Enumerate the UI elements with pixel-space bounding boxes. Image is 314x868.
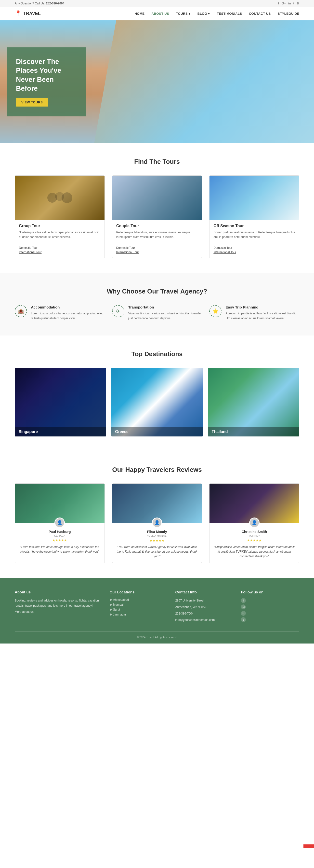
social-icons: f G+ in t ⊕ xyxy=(278,1,299,5)
transportation-content: Transportation Vivamus tincidunt varius … xyxy=(128,305,202,320)
christine-stars: ★★★★★ xyxy=(213,539,295,542)
hero-section: Discover The Places You've Never Been Be… xyxy=(0,21,314,143)
review-card-plisa: 👤 Plisa Moody KULLU MANALI ★★★★★ "You we… xyxy=(112,484,202,563)
tour-group-links: Domestic Tour International Tour xyxy=(19,243,101,254)
plisa-avatar: 👤 xyxy=(152,518,162,528)
social-googleplus[interactable]: G+ xyxy=(241,604,299,609)
googleplus-icon[interactable]: G+ xyxy=(282,1,286,5)
transportation-icon: ✈ xyxy=(112,305,125,317)
location-mumbai: Mumbai xyxy=(110,603,168,607)
top-bar: Any Question? Call Us: 252-386-7004 f G+… xyxy=(0,0,314,7)
tour-group-desc: Scelerisque vitae velit e llamcorper plv… xyxy=(19,230,101,240)
christine-review-body: Christine Smith TURKEY ★★★★★ "Suspendiss… xyxy=(209,523,299,563)
tours-grid: Group Tour Scelerisque vitae velit e lla… xyxy=(15,175,299,258)
singapore-label: Singapore xyxy=(15,427,106,436)
footer-about: About us Booking, reviews and advices on… xyxy=(15,590,102,624)
location-ahmedabad: Ahmedabad xyxy=(110,598,168,601)
linkedin-icon[interactable]: in xyxy=(288,1,291,5)
tours-section: Find The Tours Group Tour Scelerisque vi… xyxy=(0,143,314,273)
tour-offseason-links: Domestic Tour International Tour xyxy=(213,243,295,254)
hero-image xyxy=(94,21,314,143)
tour-group-image xyxy=(15,176,105,220)
footer-locations: Our Locations Ahmedabad Mumbai Surat Jam… xyxy=(110,590,168,624)
footer-locations-title: Our Locations xyxy=(110,590,168,594)
footer-social: Follow us on f G+ in t xyxy=(241,590,299,624)
view-tours-button[interactable]: VIEW TOURS xyxy=(16,98,48,106)
social-twitter[interactable]: t xyxy=(241,617,299,622)
tour-offseason-international[interactable]: International Tour xyxy=(213,250,295,254)
christine-location: TURKEY xyxy=(213,534,295,537)
thailand-label: Thailand xyxy=(208,427,299,436)
paul-name: Paul Hasburg xyxy=(19,530,101,534)
social-linkedin[interactable]: in xyxy=(241,611,299,616)
christine-review-image: 👤 xyxy=(209,484,299,523)
svg-rect-4 xyxy=(137,185,177,210)
footer-more-link[interactable]: More about us xyxy=(15,610,102,614)
social-facebook[interactable]: f xyxy=(241,598,299,603)
facebook-icon: f xyxy=(241,598,246,603)
footer-bottom: © 2024 Travel. All rights reserved. xyxy=(15,631,299,639)
nav-testimonials[interactable]: TESTIMONIALS xyxy=(217,12,242,16)
tour-couple-body: Couple Tour Pellentesque bibendum, ante … xyxy=(112,220,202,258)
tours-section-title: Find The Tours xyxy=(15,158,299,165)
nav-styleguide[interactable]: STYLEGUIDE xyxy=(278,12,299,16)
navigation: 📍 TRAVEL HOME ABOUT US TOURS ▾ BLOG ▾ TE… xyxy=(0,7,314,21)
linkedin-icon: in xyxy=(241,611,246,616)
location-dot xyxy=(110,609,112,611)
nav-blog[interactable]: BLOG ▾ xyxy=(198,12,210,16)
footer-about-title: About us xyxy=(15,590,102,594)
nav-about[interactable]: ABOUT US xyxy=(151,12,169,16)
circle-icon[interactable]: ⊕ xyxy=(296,1,299,5)
tour-couple-image xyxy=(112,176,202,220)
tour-group-international[interactable]: International Tour xyxy=(19,250,101,254)
tour-card-group: Group Tour Scelerisque vitae velit e lla… xyxy=(15,175,105,258)
trip-planning-title: Easy Trip Planning xyxy=(225,305,299,309)
destination-greece[interactable]: Greece xyxy=(111,368,203,436)
location-dot xyxy=(110,604,112,606)
hero-overlay: Discover The Places You've Never Been Be… xyxy=(7,48,86,117)
paul-review-body: Paul Hasburg KERALA ★★★★★ "I love this t… xyxy=(15,523,105,558)
tour-couple-desc: Pellentesque bibendum, ante et ornare vi… xyxy=(116,230,198,240)
trip-planning-desc: Apretium imperdie is nullam facili sis e… xyxy=(225,311,299,320)
destinations-section: Top Destinations Singapore Greece Thaila… xyxy=(0,336,314,451)
googleplus-icon: G+ xyxy=(241,604,246,609)
nav-tours[interactable]: TOURS ▾ xyxy=(176,12,190,16)
footer-follow-title: Follow us on xyxy=(241,590,299,594)
logo-text: TRAVEL xyxy=(23,11,41,16)
footer-address2: Ahmedabad, WA 98052 xyxy=(175,605,234,610)
tour-offseason-domestic[interactable]: Domestic Tour xyxy=(213,246,295,250)
plisa-review-body: Plisa Moody KULLU MANALI ★★★★★ "You were… xyxy=(112,523,202,563)
contact-info: Any Question? Call Us: 252-386-7004 xyxy=(15,2,64,5)
location-dot xyxy=(110,599,112,601)
nav-home[interactable]: HOME xyxy=(134,12,144,16)
reviews-section: Our Happy Travelers Reviews 👤 Paul Hasbu… xyxy=(0,451,314,578)
christine-avatar: 👤 xyxy=(249,518,259,528)
tour-card-offseason: Off Season Tour Donec pretium vestibulum… xyxy=(209,175,299,258)
transportation-desc: Vivamus tincidunt varius arcu vitaeli ac… xyxy=(128,311,202,320)
tour-couple-international[interactable]: International Tour xyxy=(116,250,198,254)
footer-copyright: © 2024 Travel. All rights reserved. xyxy=(137,636,177,639)
tour-offseason-body: Off Season Tour Donec pretium vestibulum… xyxy=(209,220,299,258)
trip-planning-content: Easy Trip Planning Apretium imperdie is … xyxy=(225,305,299,320)
greece-label: Greece xyxy=(111,427,203,436)
footer-grid: About us Booking, reviews and advices on… xyxy=(15,590,299,624)
christine-name: Christine Smith xyxy=(213,530,295,534)
footer: About us Booking, reviews and advices on… xyxy=(0,578,314,644)
hero-title: Discover The Places You've Never Been Be… xyxy=(16,57,77,93)
tour-offseason-title: Off Season Tour xyxy=(213,224,295,228)
plisa-review-image: 👤 xyxy=(112,484,202,523)
plisa-stars: ★★★★★ xyxy=(116,539,198,542)
tour-couple-domestic[interactable]: Domestic Tour xyxy=(116,246,198,250)
destination-thailand[interactable]: Thailand xyxy=(208,368,299,436)
location-surat: Surat xyxy=(110,608,168,611)
logo: 📍 TRAVEL xyxy=(15,10,41,17)
twitter-icon[interactable]: t xyxy=(293,1,294,5)
tour-group-domestic[interactable]: Domestic Tour xyxy=(19,246,101,250)
destination-singapore[interactable]: Singapore xyxy=(15,368,106,436)
nav-contact[interactable]: CONTACT US xyxy=(249,12,271,16)
accommodation-title: Accommodation xyxy=(31,305,105,309)
facebook-icon[interactable]: f xyxy=(278,1,279,5)
accommodation-icon: 🏨 xyxy=(15,305,27,317)
paul-avatar: 👤 xyxy=(55,518,65,528)
footer-contact: Contact Info 2867 University Street Ahme… xyxy=(175,590,234,624)
